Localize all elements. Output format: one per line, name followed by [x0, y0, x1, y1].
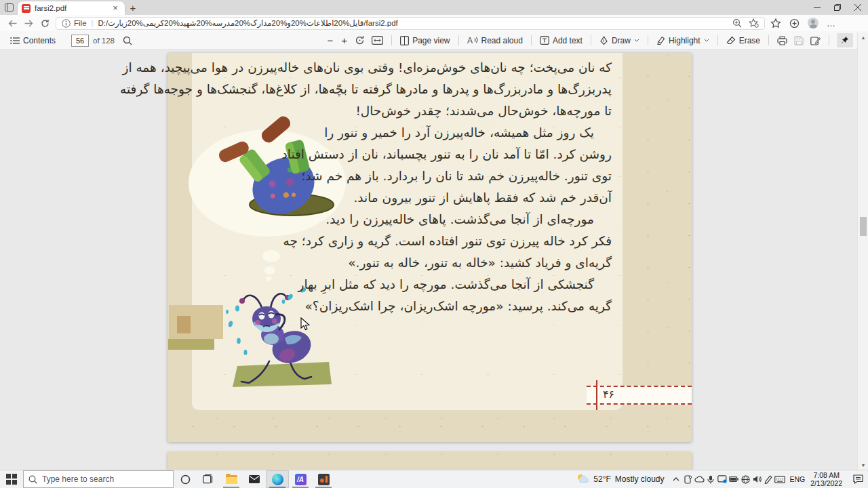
add-text-icon [540, 36, 549, 45]
new-tab-button[interactable]: + [125, 1, 141, 15]
battery-icon[interactable] [728, 476, 740, 482]
pin-toolbar-button[interactable] [837, 33, 853, 47]
edge-taskbar-button[interactable] [266, 470, 289, 488]
address-bar-row: File | D:/فایل%20اطلاعات%20و%20مدارک%20م… [0, 15, 868, 31]
back-icon [8, 20, 17, 27]
add-text-button[interactable]: Add text [536, 34, 586, 47]
close-window-button[interactable] [848, 0, 868, 15]
edge-icon [272, 474, 283, 485]
network-globe-icon[interactable] [740, 475, 751, 484]
rotate-button[interactable] [351, 33, 368, 47]
taskbar-clock[interactable]: 7:08 AM 2/13/2022 [810, 471, 848, 487]
touch-keyboard-icon[interactable] [774, 476, 786, 483]
zoom-out-button[interactable]: − [323, 35, 338, 46]
page-number-input[interactable] [71, 35, 89, 47]
address-field[interactable]: File | D:/فایل%20اطلاعات%20و%20مدارک%20م… [56, 17, 765, 30]
vertical-scrollbar[interactable]: ▲ ▼ [857, 33, 868, 470]
file-explorer-button[interactable] [220, 470, 243, 488]
search-document-icon[interactable] [123, 36, 132, 45]
onedrive-icon[interactable] [694, 476, 705, 483]
zoom-in-button[interactable]: + [337, 35, 351, 46]
mail-button[interactable] [243, 470, 266, 488]
pdf-viewport[interactable]: که نان می‌پخت؛ چه نان‌های خوش‌مزه‌ای! وق… [0, 50, 868, 470]
minimize-button[interactable] [807, 0, 827, 15]
svg-text:A: A [467, 36, 473, 45]
task-view-button[interactable] [197, 470, 220, 488]
profile-avatar[interactable] [808, 18, 818, 28]
weather-widget[interactable]: 52°F Mostly cloudy [571, 470, 670, 488]
scroll-down-icon[interactable]: ▼ [858, 460, 868, 470]
window-controls [807, 0, 868, 15]
tab-close-button[interactable]: × [110, 3, 121, 14]
story-line: گریه می‌کند. پرسید: «مورچه اشک‌ریزان، چر… [205, 296, 612, 317]
file-explorer-icon [226, 475, 237, 484]
scroll-up-icon[interactable]: ▲ [858, 33, 868, 42]
story-line: توی تنور. خاله‌پیرزن خم شد تا نان را برد… [205, 165, 612, 187]
chevron-down-icon [634, 39, 639, 42]
search-input[interactable] [42, 474, 151, 484]
info-icon[interactable] [62, 19, 71, 28]
save-as-button[interactable] [807, 34, 824, 47]
back-button[interactable] [4, 16, 20, 30]
contents-button[interactable]: Contents [7, 34, 59, 47]
hidden-icons-chevron[interactable] [671, 477, 682, 481]
clock-time: 7:08 AM [810, 471, 842, 479]
mail-icon [249, 475, 260, 483]
erase-button[interactable]: Erase [723, 34, 764, 47]
app-orange-button[interactable] [312, 470, 335, 488]
action-center-button[interactable] [848, 474, 868, 484]
system-tray: ENG 7:08 AM 2/13/2022 [671, 470, 868, 488]
your-phone-icon[interactable] [682, 475, 694, 484]
language-indicator[interactable]: ENG [786, 475, 811, 483]
favorites-star-icon[interactable] [749, 18, 759, 28]
save-button[interactable] [791, 34, 807, 47]
restore-icon [834, 4, 841, 11]
action-center-icon [853, 474, 863, 484]
page-count-label: of 128 [93, 37, 115, 45]
save-as-icon [810, 36, 821, 45]
print-icon [777, 36, 787, 45]
story-line: پدربزرگ‌ها و مادربزرگ‌ها و پدرها و مادره… [205, 79, 612, 100]
pdf-page-46: که نان می‌پخت؛ چه نان‌های خوش‌مزه‌ای! وق… [167, 53, 692, 442]
story-line: تا مورچه‌ها، خوش‌حال می‌شدند؛ چقدر خوش‌ح… [205, 100, 612, 122]
cortana-button[interactable] [174, 470, 197, 488]
refresh-button[interactable] [37, 16, 53, 30]
volume-icon[interactable] [751, 475, 763, 483]
print-button[interactable] [774, 34, 791, 47]
app-a-button[interactable]: /A [289, 470, 312, 488]
start-button[interactable] [0, 470, 23, 488]
windows-ink-icon[interactable] [763, 475, 774, 484]
page-view-button[interactable]: Page view [397, 34, 453, 47]
minimize-icon [814, 4, 821, 11]
pdf-toolbar: Contents of 128 − + Page view A Read [0, 31, 868, 50]
weather-condition: Mostly cloudy [615, 474, 665, 484]
zoom-page-icon[interactable] [732, 18, 742, 28]
scrollbar-thumb[interactable] [860, 217, 867, 236]
browser-tab[interactable]: farsi2.pdf × [18, 1, 125, 15]
vertical-tabs-icon [5, 3, 14, 12]
cortana-icon [180, 474, 191, 485]
tab-actions-button[interactable] [0, 1, 18, 14]
contents-label: Contents [23, 36, 56, 45]
story-text: که نان می‌پخت؛ چه نان‌های خوش‌مزه‌ای! وق… [205, 57, 612, 317]
favorites-hub-icon[interactable] [770, 18, 781, 28]
story-line: که نان می‌پخت؛ چه نان‌های خوش‌مزه‌ای! وق… [205, 57, 612, 79]
read-aloud-button[interactable]: A Read aloud [464, 34, 526, 47]
display-notification-icon[interactable] [717, 475, 728, 483]
refresh-icon [41, 19, 50, 28]
search-icon [28, 475, 37, 484]
collections-icon[interactable] [789, 18, 800, 28]
weather-temperature: 52°F [593, 474, 610, 484]
settings-more-button[interactable]: … [827, 18, 836, 28]
draw-button[interactable]: Draw [596, 34, 643, 47]
restore-button[interactable] [827, 0, 848, 15]
erase-label: Erase [739, 36, 760, 45]
mouse-cursor [300, 317, 310, 331]
forward-button[interactable] [20, 16, 37, 30]
highlight-button[interactable]: Highlight [653, 34, 713, 47]
fit-to-width-button[interactable] [368, 34, 387, 47]
taskbar-search[interactable] [23, 470, 174, 488]
contents-icon [10, 37, 20, 45]
story-line: مورچه‌ای از آنجا می‌گذشت. پاهای خاله‌پیر… [205, 209, 612, 230]
microphone-icon[interactable] [705, 475, 717, 484]
